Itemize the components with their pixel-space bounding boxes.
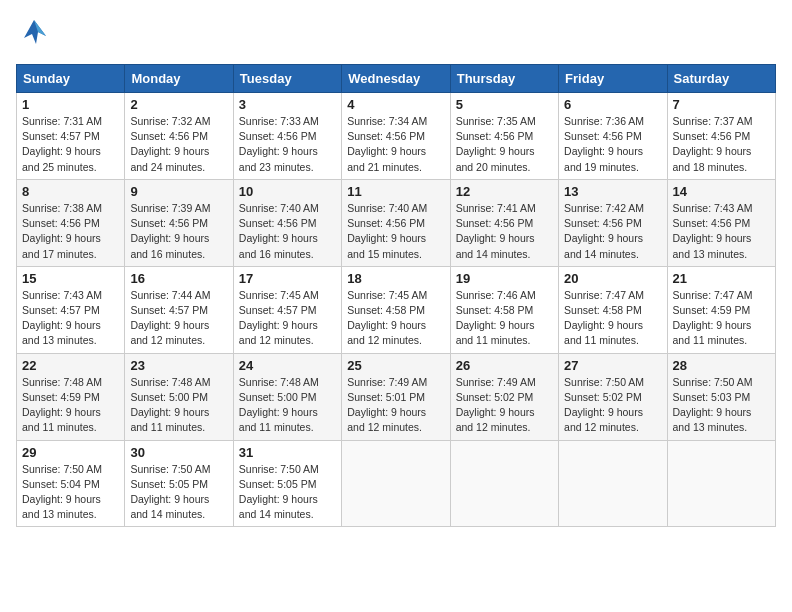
sunrise-label: Sunrise: 7:31 AM [22,115,102,127]
day-number: 13 [564,184,661,199]
calendar-week-4: 22 Sunrise: 7:48 AM Sunset: 4:59 PM Dayl… [17,353,776,440]
sunset-label: Sunset: 4:58 PM [564,304,642,316]
calendar-cell [667,440,775,527]
weekday-row: SundayMondayTuesdayWednesdayThursdayFrid… [17,65,776,93]
calendar-cell: 1 Sunrise: 7:31 AM Sunset: 4:57 PM Dayli… [17,93,125,180]
day-number: 3 [239,97,336,112]
daylight-label: Daylight: 9 hours and 12 minutes. [130,319,209,346]
day-number: 4 [347,97,444,112]
day-info: Sunrise: 7:50 AM Sunset: 5:05 PM Dayligh… [130,462,227,523]
daylight-label: Daylight: 9 hours and 13 minutes. [673,406,752,433]
sunrise-label: Sunrise: 7:46 AM [456,289,536,301]
day-number: 16 [130,271,227,286]
sunset-label: Sunset: 4:56 PM [564,217,642,229]
day-number: 26 [456,358,553,373]
calendar-cell: 23 Sunrise: 7:48 AM Sunset: 5:00 PM Dayl… [125,353,233,440]
daylight-label: Daylight: 9 hours and 11 minutes. [673,319,752,346]
daylight-label: Daylight: 9 hours and 14 minutes. [130,493,209,520]
day-info: Sunrise: 7:40 AM Sunset: 4:56 PM Dayligh… [239,201,336,262]
sunset-label: Sunset: 4:56 PM [347,130,425,142]
sunrise-label: Sunrise: 7:33 AM [239,115,319,127]
day-info: Sunrise: 7:34 AM Sunset: 4:56 PM Dayligh… [347,114,444,175]
day-info: Sunrise: 7:33 AM Sunset: 4:56 PM Dayligh… [239,114,336,175]
day-number: 8 [22,184,119,199]
calendar-cell: 15 Sunrise: 7:43 AM Sunset: 4:57 PM Dayl… [17,266,125,353]
sunrise-label: Sunrise: 7:50 AM [239,463,319,475]
calendar-cell: 12 Sunrise: 7:41 AM Sunset: 4:56 PM Dayl… [450,179,558,266]
weekday-header-wednesday: Wednesday [342,65,450,93]
daylight-label: Daylight: 9 hours and 14 minutes. [564,232,643,259]
sunrise-label: Sunrise: 7:50 AM [22,463,102,475]
calendar-cell: 6 Sunrise: 7:36 AM Sunset: 4:56 PM Dayli… [559,93,667,180]
daylight-label: Daylight: 9 hours and 15 minutes. [347,232,426,259]
daylight-label: Daylight: 9 hours and 11 minutes. [130,406,209,433]
sunrise-label: Sunrise: 7:45 AM [347,289,427,301]
day-info: Sunrise: 7:32 AM Sunset: 4:56 PM Dayligh… [130,114,227,175]
sunset-label: Sunset: 4:57 PM [22,304,100,316]
sunrise-label: Sunrise: 7:45 AM [239,289,319,301]
daylight-label: Daylight: 9 hours and 13 minutes. [22,493,101,520]
sunrise-label: Sunrise: 7:35 AM [456,115,536,127]
daylight-label: Daylight: 9 hours and 21 minutes. [347,145,426,172]
daylight-label: Daylight: 9 hours and 12 minutes. [564,406,643,433]
day-number: 30 [130,445,227,460]
calendar-header: SundayMondayTuesdayWednesdayThursdayFrid… [17,65,776,93]
day-info: Sunrise: 7:40 AM Sunset: 4:56 PM Dayligh… [347,201,444,262]
sunset-label: Sunset: 5:04 PM [22,478,100,490]
daylight-label: Daylight: 9 hours and 17 minutes. [22,232,101,259]
sunrise-label: Sunrise: 7:32 AM [130,115,210,127]
daylight-label: Daylight: 9 hours and 14 minutes. [239,493,318,520]
calendar-cell: 4 Sunrise: 7:34 AM Sunset: 4:56 PM Dayli… [342,93,450,180]
calendar-cell: 8 Sunrise: 7:38 AM Sunset: 4:56 PM Dayli… [17,179,125,266]
calendar-cell: 3 Sunrise: 7:33 AM Sunset: 4:56 PM Dayli… [233,93,341,180]
day-number: 31 [239,445,336,460]
sunrise-label: Sunrise: 7:36 AM [564,115,644,127]
day-info: Sunrise: 7:39 AM Sunset: 4:56 PM Dayligh… [130,201,227,262]
daylight-label: Daylight: 9 hours and 23 minutes. [239,145,318,172]
day-info: Sunrise: 7:42 AM Sunset: 4:56 PM Dayligh… [564,201,661,262]
day-number: 14 [673,184,770,199]
sunrise-label: Sunrise: 7:40 AM [347,202,427,214]
sunrise-label: Sunrise: 7:37 AM [673,115,753,127]
weekday-header-monday: Monday [125,65,233,93]
sunset-label: Sunset: 4:56 PM [347,217,425,229]
sunset-label: Sunset: 4:58 PM [456,304,534,316]
calendar-cell: 22 Sunrise: 7:48 AM Sunset: 4:59 PM Dayl… [17,353,125,440]
sunrise-label: Sunrise: 7:41 AM [456,202,536,214]
sunset-label: Sunset: 4:56 PM [239,130,317,142]
sunset-label: Sunset: 5:02 PM [564,391,642,403]
calendar-cell: 13 Sunrise: 7:42 AM Sunset: 4:56 PM Dayl… [559,179,667,266]
sunrise-label: Sunrise: 7:50 AM [130,463,210,475]
logo [16,16,56,52]
calendar-cell: 24 Sunrise: 7:48 AM Sunset: 5:00 PM Dayl… [233,353,341,440]
calendar-week-5: 29 Sunrise: 7:50 AM Sunset: 5:04 PM Dayl… [17,440,776,527]
sunrise-label: Sunrise: 7:49 AM [456,376,536,388]
calendar-cell: 27 Sunrise: 7:50 AM Sunset: 5:02 PM Dayl… [559,353,667,440]
sunrise-label: Sunrise: 7:47 AM [564,289,644,301]
day-number: 15 [22,271,119,286]
sunset-label: Sunset: 4:56 PM [239,217,317,229]
daylight-label: Daylight: 9 hours and 12 minutes. [239,319,318,346]
day-info: Sunrise: 7:48 AM Sunset: 5:00 PM Dayligh… [239,375,336,436]
calendar-cell: 14 Sunrise: 7:43 AM Sunset: 4:56 PM Dayl… [667,179,775,266]
day-info: Sunrise: 7:36 AM Sunset: 4:56 PM Dayligh… [564,114,661,175]
sunrise-label: Sunrise: 7:34 AM [347,115,427,127]
sunset-label: Sunset: 4:59 PM [673,304,751,316]
calendar-cell: 7 Sunrise: 7:37 AM Sunset: 4:56 PM Dayli… [667,93,775,180]
day-number: 1 [22,97,119,112]
day-number: 5 [456,97,553,112]
day-number: 11 [347,184,444,199]
daylight-label: Daylight: 9 hours and 25 minutes. [22,145,101,172]
daylight-label: Daylight: 9 hours and 12 minutes. [456,406,535,433]
weekday-header-tuesday: Tuesday [233,65,341,93]
day-info: Sunrise: 7:47 AM Sunset: 4:59 PM Dayligh… [673,288,770,349]
day-info: Sunrise: 7:46 AM Sunset: 4:58 PM Dayligh… [456,288,553,349]
sunrise-label: Sunrise: 7:50 AM [673,376,753,388]
day-info: Sunrise: 7:44 AM Sunset: 4:57 PM Dayligh… [130,288,227,349]
day-info: Sunrise: 7:47 AM Sunset: 4:58 PM Dayligh… [564,288,661,349]
sunset-label: Sunset: 4:56 PM [130,217,208,229]
calendar-table: SundayMondayTuesdayWednesdayThursdayFrid… [16,64,776,527]
day-number: 28 [673,358,770,373]
logo-bird-icon [16,16,52,52]
daylight-label: Daylight: 9 hours and 13 minutes. [22,319,101,346]
